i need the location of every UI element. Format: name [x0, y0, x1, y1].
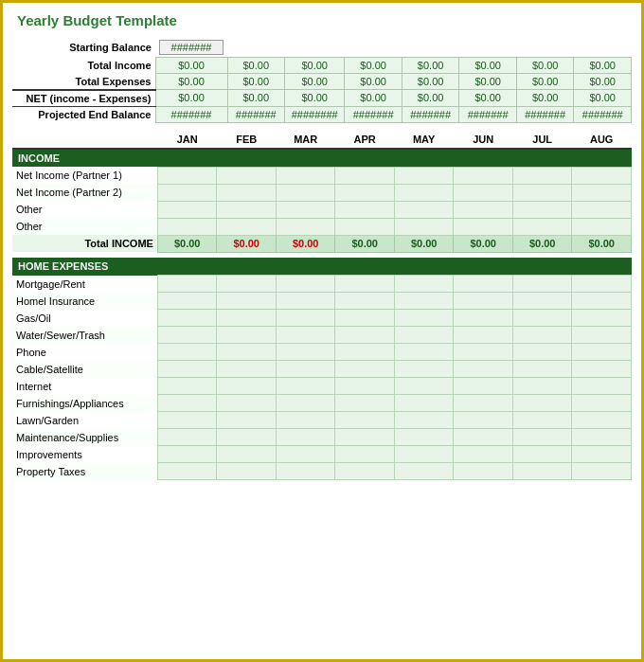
expense-propertytax-feb[interactable] [217, 463, 277, 480]
expense-maintenance-feb[interactable] [217, 429, 277, 446]
proj-aug[interactable]: ####### [574, 106, 632, 122]
income-row-2-aug[interactable] [572, 184, 632, 201]
expense-propertytax-jan[interactable] [157, 463, 217, 480]
expense-homeins-aug[interactable] [572, 293, 632, 310]
expense-mortgage-may[interactable] [394, 276, 454, 293]
income-apr[interactable]: $0.00 [345, 58, 402, 74]
expense-lawn-may[interactable] [394, 412, 454, 429]
starting-balance-input[interactable] [159, 40, 224, 55]
income-row-3-jan[interactable] [157, 201, 217, 218]
expense-furnishings-aug[interactable] [572, 395, 632, 412]
income-row-1-apr[interactable] [335, 167, 395, 184]
income-feb[interactable]: $0.00 [227, 58, 285, 74]
expense-internet-jun[interactable] [454, 378, 513, 395]
expense-cable-feb[interactable] [217, 361, 277, 378]
expense-lawn-apr[interactable] [335, 412, 395, 429]
expense-internet-aug[interactable] [572, 378, 632, 395]
income-row-1-jun[interactable] [454, 167, 513, 184]
expense-homeins-may[interactable] [394, 293, 454, 310]
expense-gasoil-aug[interactable] [572, 310, 632, 327]
expense-internet-feb[interactable] [217, 378, 277, 395]
expense-mortgage-jul[interactable] [512, 276, 572, 293]
net-may[interactable]: $0.00 [402, 90, 459, 107]
expense-mortgage-mar[interactable] [276, 276, 335, 293]
income-total-jul[interactable]: $0.00 [512, 235, 572, 252]
expenses-mar[interactable]: $0.00 [285, 74, 345, 90]
expense-cable-jan[interactable] [157, 361, 217, 378]
expense-gasoil-jun[interactable] [454, 310, 513, 327]
proj-apr[interactable]: ####### [345, 106, 402, 122]
income-row-4-jun[interactable] [454, 218, 513, 235]
income-row-3-feb[interactable] [217, 201, 277, 218]
expense-mortgage-aug[interactable] [572, 276, 632, 293]
expenses-jan[interactable]: $0.00 [155, 74, 227, 90]
expense-improvements-jun[interactable] [454, 446, 513, 463]
net-jan[interactable]: $0.00 [155, 90, 227, 107]
expense-internet-apr[interactable] [335, 378, 395, 395]
income-total-may[interactable]: $0.00 [394, 235, 454, 252]
expense-phone-may[interactable] [394, 344, 454, 361]
expense-gasoil-mar[interactable] [276, 310, 335, 327]
net-jun[interactable]: $0.00 [459, 90, 517, 107]
proj-jun[interactable]: ####### [459, 106, 517, 122]
income-row-2-jan[interactable] [157, 184, 217, 201]
income-row-2-may[interactable] [394, 184, 454, 201]
expense-improvements-apr[interactable] [335, 446, 395, 463]
expense-propertytax-mar[interactable] [276, 463, 335, 480]
expense-gasoil-may[interactable] [394, 310, 454, 327]
expense-gasoil-apr[interactable] [335, 310, 395, 327]
income-total-jan[interactable]: $0.00 [157, 235, 217, 252]
expense-phone-apr[interactable] [335, 344, 395, 361]
net-apr[interactable]: $0.00 [345, 90, 402, 107]
income-aug[interactable]: $0.00 [574, 58, 632, 74]
expense-maintenance-jul[interactable] [512, 429, 572, 446]
expense-internet-jul[interactable] [512, 378, 572, 395]
expense-water-jan[interactable] [157, 327, 217, 344]
expense-water-jun[interactable] [454, 327, 513, 344]
expense-cable-mar[interactable] [276, 361, 335, 378]
expense-phone-aug[interactable] [572, 344, 632, 361]
expense-lawn-feb[interactable] [217, 412, 277, 429]
proj-jul[interactable]: ####### [516, 106, 574, 122]
expenses-apr[interactable]: $0.00 [345, 74, 402, 90]
income-total-mar[interactable]: $0.00 [276, 235, 335, 252]
expense-lawn-jul[interactable] [512, 412, 572, 429]
income-row-2-mar[interactable] [276, 184, 335, 201]
expense-phone-mar[interactable] [276, 344, 335, 361]
expense-furnishings-feb[interactable] [217, 395, 277, 412]
income-row-4-jan[interactable] [157, 218, 217, 235]
expense-cable-aug[interactable] [572, 361, 632, 378]
income-may[interactable]: $0.00 [402, 58, 459, 74]
net-aug[interactable]: $0.00 [574, 90, 632, 107]
expense-phone-jan[interactable] [157, 344, 217, 361]
expense-homeins-jun[interactable] [454, 293, 513, 310]
proj-mar[interactable]: ######## [285, 106, 345, 122]
expenses-jun[interactable]: $0.00 [459, 74, 517, 90]
expense-mortgage-apr[interactable] [335, 276, 395, 293]
income-jan[interactable]: $0.00 [155, 58, 227, 74]
expense-water-aug[interactable] [572, 327, 632, 344]
income-row-2-jul[interactable] [512, 184, 572, 201]
expense-homeins-jan[interactable] [157, 293, 217, 310]
expense-homeins-mar[interactable] [276, 293, 335, 310]
income-row-1-jul[interactable] [512, 167, 572, 184]
income-row-1-mar[interactable] [276, 167, 335, 184]
income-total-aug[interactable]: $0.00 [572, 235, 632, 252]
income-row-3-apr[interactable] [335, 201, 395, 218]
expense-lawn-mar[interactable] [276, 412, 335, 429]
expense-improvements-aug[interactable] [572, 446, 632, 463]
income-row-2-apr[interactable] [335, 184, 395, 201]
expense-homeins-jul[interactable] [512, 293, 572, 310]
expense-cable-may[interactable] [394, 361, 454, 378]
expense-furnishings-jun[interactable] [454, 395, 513, 412]
expense-phone-feb[interactable] [217, 344, 277, 361]
income-row-4-jul[interactable] [512, 218, 572, 235]
income-row-3-mar[interactable] [276, 201, 335, 218]
income-row-1-aug[interactable] [572, 167, 632, 184]
expense-mortgage-jan[interactable] [157, 276, 217, 293]
expense-homeins-feb[interactable] [217, 293, 277, 310]
expense-improvements-jul[interactable] [512, 446, 572, 463]
income-row-4-may[interactable] [394, 218, 454, 235]
income-row-3-may[interactable] [394, 201, 454, 218]
expense-maintenance-apr[interactable] [335, 429, 395, 446]
